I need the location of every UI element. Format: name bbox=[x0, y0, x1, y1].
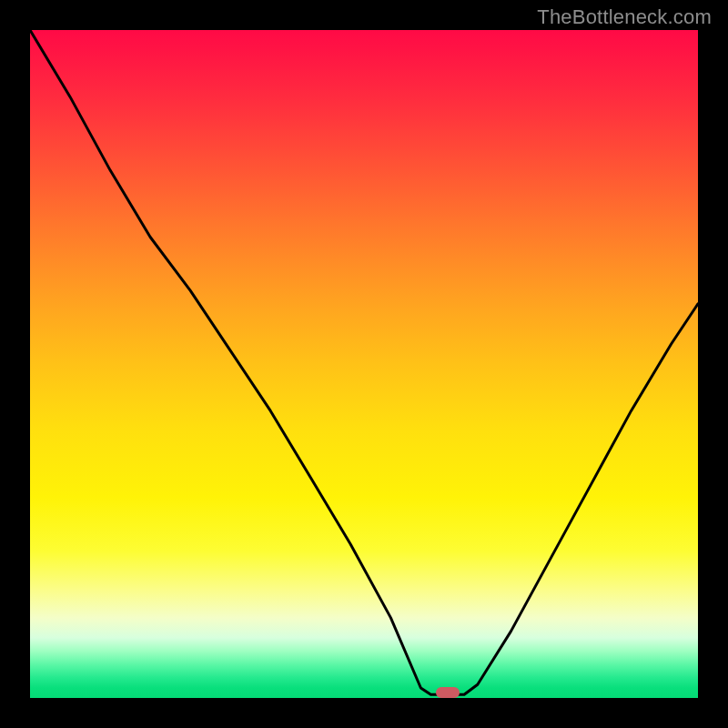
optimal-point-marker bbox=[436, 687, 460, 698]
chart-frame: TheBottleneck.com bbox=[0, 0, 728, 728]
bottleneck-curve bbox=[30, 30, 698, 698]
plot-area bbox=[30, 30, 698, 698]
watermark-text: TheBottleneck.com bbox=[537, 5, 712, 29]
